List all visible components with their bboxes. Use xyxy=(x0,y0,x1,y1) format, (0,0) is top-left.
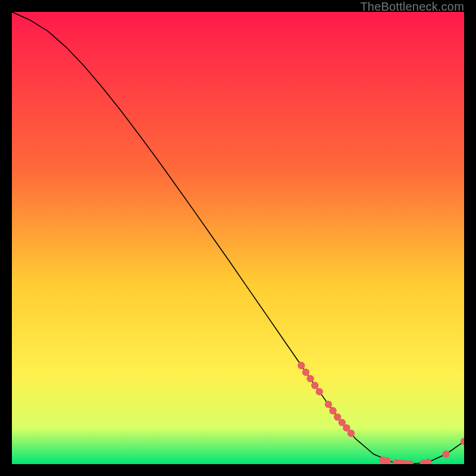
bottleneck-chart xyxy=(12,12,464,464)
data-marker xyxy=(311,382,318,389)
data-marker xyxy=(316,388,323,395)
gradient-background xyxy=(12,12,464,464)
data-marker xyxy=(347,430,355,437)
data-marker xyxy=(442,450,449,458)
data-marker xyxy=(302,369,309,376)
chart-stage: TheBottleneck.com xyxy=(0,0,476,476)
data-marker xyxy=(298,362,305,369)
data-marker xyxy=(325,400,332,408)
data-marker xyxy=(329,407,336,414)
data-marker xyxy=(306,375,314,382)
